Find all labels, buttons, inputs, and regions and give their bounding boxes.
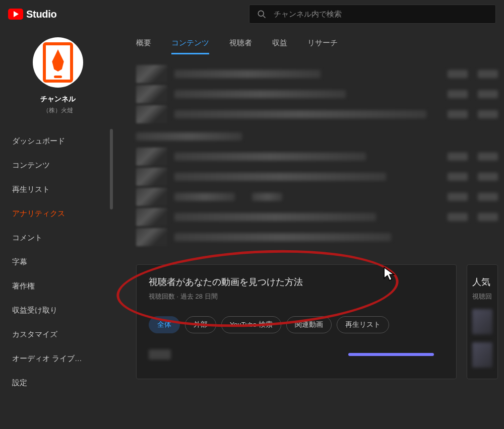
tab-research[interactable]: リサーチ (307, 38, 338, 54)
tab-label: 収益 (272, 38, 287, 47)
channel-block[interactable]: チャンネル （株）火燵 (0, 34, 116, 125)
sidebar-item-label: アナリティクス (12, 209, 65, 219)
chip-youtube-search[interactable]: YouTube 検索 (221, 316, 281, 333)
sidebar-item-copyright[interactable]: 著作権 (0, 274, 116, 298)
sidebar-item-label: コンテンツ (12, 161, 50, 170)
sidebar-item-audio-library[interactable]: オーディオ ライブ… (0, 346, 116, 371)
sidebar-item-subtitles[interactable]: 字幕 (0, 250, 116, 274)
search-icon (257, 9, 267, 19)
popular-card-title: 人気 (472, 276, 492, 288)
sidebar-item-label: 再生リスト (12, 185, 50, 194)
app-header: Studio チャンネル内で検索 (0, 0, 504, 28)
channel-label: チャンネル (0, 95, 116, 104)
chip-label: YouTube 検索 (230, 321, 273, 328)
tab-content[interactable]: コンテンツ (171, 38, 209, 54)
main-content: 概要 コンテンツ 視聴者 収益 リサーチ 視聴者があなたの動画を見つけた方法 視… (116, 28, 504, 429)
sidebar: チャンネル （株）火燵 ダッシュボード コンテンツ 再生リスト アナリティクス … (0, 28, 116, 429)
tab-overview[interactable]: 概要 (136, 38, 151, 54)
channel-avatar (33, 37, 83, 88)
chip-label: 関連動画 (295, 321, 323, 328)
logo-text: Studio (26, 9, 56, 20)
sidebar-nav: ダッシュボード コンテンツ 再生リスト アナリティクス コメント 字幕 著作権 … (0, 129, 116, 395)
search-placeholder: チャンネル内で検索 (274, 10, 342, 19)
bar-fill (348, 353, 434, 356)
list-item (136, 188, 498, 206)
sidebar-item-analytics[interactable]: アナリティクス (0, 201, 116, 226)
list-item (136, 208, 498, 226)
sidebar-item-customization[interactable]: カスタマイズ (0, 322, 116, 346)
discovery-card: 視聴者があなたの動画を見つけた方法 視聴回数 · 過去 28 日間 全体 外部 … (136, 264, 457, 379)
svg-point-0 (258, 11, 264, 16)
chip-label: 再生リスト (345, 321, 381, 328)
tab-label: 視聴者 (229, 38, 252, 47)
popular-card-subtitle: 視聴回 (472, 292, 492, 301)
list-item (136, 105, 498, 123)
tab-label: 概要 (136, 38, 151, 47)
search-input[interactable]: チャンネル内で検索 (249, 5, 496, 24)
chip-playlists[interactable]: 再生リスト (337, 316, 389, 333)
traffic-source-chips: 全体 外部 YouTube 検索 関連動画 再生リスト (149, 316, 444, 333)
flame-icon (43, 42, 73, 83)
popular-card: 人気 視聴回 (467, 264, 498, 379)
list-item (136, 85, 498, 103)
youtube-icon (8, 9, 23, 20)
sidebar-item-label: ダッシュボード (12, 136, 65, 146)
list-item (136, 65, 498, 83)
tab-audience[interactable]: 視聴者 (229, 38, 252, 54)
chip-external[interactable]: 外部 (185, 316, 216, 333)
list-item (136, 228, 498, 246)
tab-label: コンテンツ (171, 38, 209, 47)
chip-label: 外部 (194, 321, 208, 328)
sidebar-item-label: コメント (12, 233, 42, 243)
sidebar-item-label: 字幕 (12, 257, 27, 267)
bar-row (149, 349, 444, 360)
sidebar-item-label: 設定 (12, 378, 27, 388)
thumbnail-blurred (472, 309, 492, 334)
list-item (136, 132, 498, 140)
sidebar-item-monetization[interactable]: 収益受け取り (0, 298, 116, 322)
sidebar-item-dashboard[interactable]: ダッシュボード (0, 129, 116, 153)
sidebar-item-label: カスタマイズ (12, 330, 57, 339)
sidebar-item-label: オーディオ ライブ… (12, 354, 82, 364)
sidebar-item-playlists[interactable]: 再生リスト (0, 177, 116, 201)
sidebar-item-label: 収益受け取り (12, 306, 57, 315)
svg-line-1 (263, 16, 265, 18)
channel-name: （株）火燵 (0, 106, 116, 115)
chip-all[interactable]: 全体 (149, 316, 180, 333)
tab-label: リサーチ (307, 38, 338, 47)
bar-label-blurred (149, 349, 171, 360)
thumbnail-blurred (472, 342, 492, 368)
sidebar-item-settings[interactable]: 設定 (0, 371, 116, 395)
discovery-card-title: 視聴者があなたの動画を見つけた方法 (149, 276, 444, 288)
list-item (136, 168, 498, 186)
sidebar-item-comments[interactable]: コメント (0, 226, 116, 250)
tab-revenue[interactable]: 収益 (272, 38, 287, 54)
scrollbar[interactable] (110, 129, 113, 209)
video-list-blurred (136, 62, 498, 246)
discovery-card-subtitle: 視聴回数 · 過去 28 日間 (149, 292, 444, 301)
analytics-tabs: 概要 コンテンツ 視聴者 収益 リサーチ (136, 28, 498, 62)
list-item (136, 148, 498, 166)
chip-suggested[interactable]: 関連動画 (286, 316, 332, 333)
studio-logo[interactable]: Studio (8, 9, 56, 20)
chip-label: 全体 (157, 321, 171, 328)
sidebar-item-content[interactable]: コンテンツ (0, 153, 116, 177)
sidebar-item-label: 著作権 (12, 281, 35, 291)
